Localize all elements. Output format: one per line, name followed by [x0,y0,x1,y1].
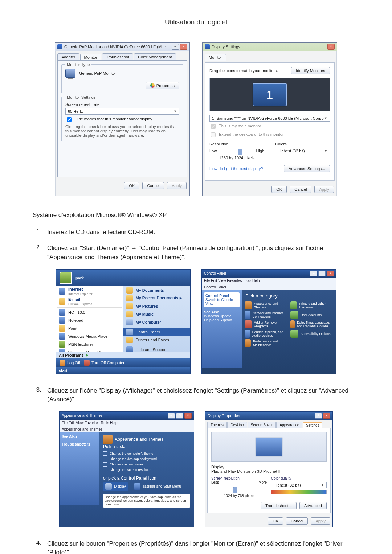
logoff-button[interactable]: Log Off [60,360,80,366]
item-sublabel: Outlook Express [68,302,92,306]
start-menu-right: My Documents My Recent Documents ▸ My Pi… [123,286,191,352]
taskbar-icon-item[interactable]: Taskbar and Start Menu [132,482,183,491]
refresh-rate-select[interactable]: 60 Hertz ▼ [65,108,179,115]
resolution-slider[interactable] [220,148,252,153]
tab-settings[interactable]: Settings [303,422,322,428]
hide-modes-checkbox[interactable] [67,117,72,122]
help-icon[interactable]: ? [315,413,322,419]
cancel-button[interactable]: Cancel [286,517,308,525]
tab-desktop[interactable]: Desktop [227,422,247,428]
start-right-item[interactable]: Printers and Faxes [123,336,191,344]
tab-monitor[interactable]: Monitor [80,54,102,61]
appearance-themes-icon [103,435,113,444]
tab-troubleshoot[interactable]: Troubleshoot [102,53,133,60]
start-left-item[interactable]: Notepad [56,316,123,324]
close-icon[interactable]: × [180,44,187,50]
start-right-item[interactable]: My Computer [123,318,191,326]
apply-button[interactable]: Apply [311,517,330,525]
os-line: Système d'exploitation Microsoft® Window… [33,211,359,220]
advanced-button[interactable]: Advanced [299,502,327,509]
seealso-item[interactable]: Windows Update [204,314,240,318]
start-left-item[interactable]: Paint [56,324,123,332]
cp-cat-users[interactable]: User Accounts [290,311,333,319]
seealso-item[interactable]: Help and Support [204,318,240,322]
tab-color-management[interactable]: Color Management [134,53,176,60]
apply-button[interactable]: Apply [167,182,187,189]
turnoff-button[interactable]: Turn Off Computer [84,360,124,366]
monitor-arrangement-preview[interactable]: 1 [209,78,330,111]
start-left-item[interactable]: InternetInternet Explorer [56,286,123,296]
start-right-control-panel[interactable]: Control Panel [123,328,191,336]
apply-button[interactable]: Apply [314,186,334,193]
monitor-select-value: 1. Samsung **** on NVIDIA GeForce 6600 L… [212,116,324,120]
close-icon[interactable]: × [184,413,192,419]
minimize-icon[interactable]: – [172,44,179,50]
cp-cat-datetime[interactable]: Date, Time, Language, and Regional Optio… [290,320,333,328]
task-item[interactable]: Change the computer's theme [103,451,190,456]
best-display-link[interactable]: How do I get the best display? [209,167,263,171]
colors-value: Highest (32 bit) [278,149,305,153]
cancel-button[interactable]: Cancel [142,182,164,189]
close-icon[interactable]: × [323,413,330,419]
cancel-button[interactable]: Cancel [290,186,311,193]
minimize-icon[interactable]: – [310,271,317,276]
tab-screensaver[interactable]: Screen Saver [248,422,276,428]
step-text: Cliquez sur le bouton "Properties (Propr… [47,539,359,554]
task-item[interactable]: Choose a screen saver [103,462,190,467]
start-right-item[interactable]: My Documents [123,286,191,294]
ok-button[interactable]: OK [271,186,287,193]
tab-appearance[interactable]: Appearance [276,422,302,428]
maximize-icon[interactable]: □ [318,271,326,276]
task-item[interactable]: Change the screen resolution [103,468,190,472]
start-left-item[interactable]: MSN Explorer [56,340,123,348]
start-right-item[interactable]: My Recent Documents ▸ [123,294,191,302]
ok-button[interactable]: OK [268,517,283,525]
cp-main-pane: Pick a category Appearance and Themes Pr… [242,290,336,368]
res-more-label: More [258,480,267,484]
item-label: Paint [68,326,77,331]
cp-cat-addremove[interactable]: Add or Remove Programs [245,320,287,328]
ok-button[interactable]: OK [124,182,139,189]
taskbar-start[interactable]: start [56,367,190,374]
cp-cat-appearance[interactable]: Appearance and Themes [245,301,287,309]
close-icon[interactable]: × [327,271,334,276]
switch-view-link[interactable]: Switch to Classic View [205,298,233,306]
tab-adapter[interactable]: Adapter [57,53,79,60]
cp-cat-network[interactable]: Network and Internet Connections [245,311,287,319]
all-programs-button[interactable]: All Programs [59,353,88,357]
start-left-item[interactable]: Windows Movie Maker [56,348,123,352]
display-icon-item[interactable]: Display [103,482,128,491]
tab-monitor[interactable]: Monitor [205,54,226,61]
cp-toolbar: File Edit View Favorites Tools Help [202,278,336,284]
drag-instruction: Drag the icons to match your monitors. [209,69,278,73]
start-right-item[interactable]: Help and Support [123,346,191,352]
monitor-select[interactable]: 1. Samsung **** on NVIDIA GeForce 6600 L… [209,115,330,122]
cp-cat-printers[interactable]: Printers and Other Hardware [290,301,333,309]
maximize-icon[interactable]: □ [176,413,183,419]
power-icon [84,360,90,366]
start-left-item[interactable]: HCT 10.0 [56,308,123,316]
cp-cat-performance[interactable]: Performance and Maintenance [245,339,287,347]
start-menu-header: park [56,270,190,286]
ap-addressbar[interactable]: Appearance and Themes [60,426,194,432]
cp-cat-sounds[interactable]: Sounds, Speech, and Audio Devices [245,330,287,338]
cp-cat-accessibility[interactable]: Accessibility Options [290,330,333,338]
troubleshoot-button[interactable]: Troubleshoot... [261,502,297,509]
tab-themes[interactable]: Themes [207,422,227,428]
identify-monitors-button[interactable]: Identify Monitors [291,67,330,74]
task-item[interactable]: Change the desktop background [103,457,190,461]
resolution-slider[interactable] [214,487,264,492]
properties-button[interactable]: Properties [146,82,179,89]
start-right-item[interactable]: My Music [123,310,191,318]
start-right-item[interactable]: My Pictures [123,302,191,310]
colors-select[interactable]: Highest (32 bit) ▼ [275,148,330,154]
advanced-settings-button[interactable]: Advanced Settings... [284,165,330,172]
monitor-1-card[interactable]: 1 [253,83,287,106]
cp-addressbar[interactable]: Control Panel [202,284,336,290]
start-left-item[interactable]: E-mailOutlook Express [56,296,123,307]
color-quality-select[interactable]: Highest (32 bit) ▼ [271,482,327,488]
start-left-item[interactable]: Windows Media Player [56,332,123,340]
close-icon[interactable]: × [327,44,335,50]
task-label: Change the computer's theme [110,452,153,455]
minimize-icon[interactable]: – [168,413,175,419]
